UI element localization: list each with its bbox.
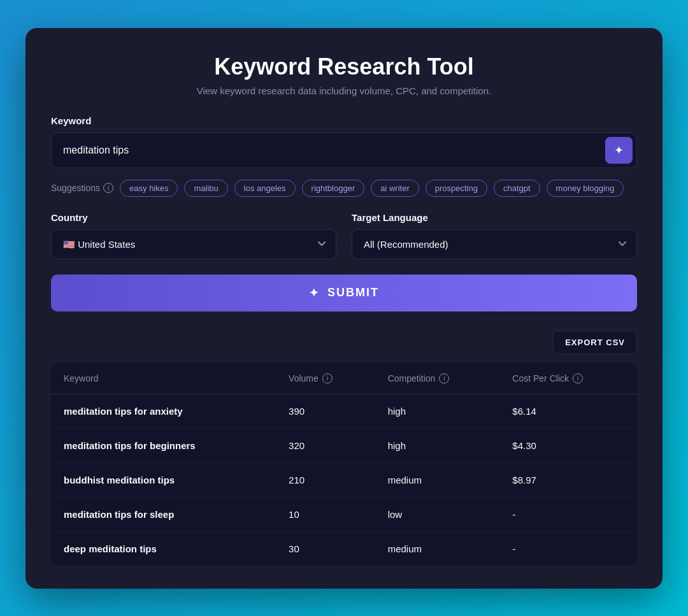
sparkle-button[interactable]: ✦ [605,137,633,164]
submit-label: SUBMIT [327,286,379,299]
suggestion-tag-rightblogger[interactable]: rightblogger [302,180,365,197]
table-row: buddhist meditation tips 210 medium $8.9… [51,462,637,497]
table-header-row: Keyword Volume i Competition i [51,363,637,394]
cpc-cell: - [499,497,637,531]
volume-info-icon[interactable]: i [322,373,333,383]
keyword-cell: meditation tips for sleep [51,497,276,531]
suggestion-tag-easy-hikes[interactable]: easy hikes [120,180,178,197]
col-competition: Competition i [375,363,500,394]
cpc-info-icon[interactable]: i [573,373,583,383]
dropdowns-row: Country 🇺🇸 United States 🇬🇧 United Kingd… [51,212,637,259]
table-row: deep meditation tips 30 medium - [51,531,637,566]
keyword-cell: meditation tips for beginners [51,428,276,462]
page-header: Keyword Research Tool View keyword resea… [51,54,637,96]
competition-cell: medium [375,531,500,566]
cpc-cell: - [499,531,637,566]
competition-cell: high [375,428,500,462]
export-csv-button[interactable]: EXPORT CSV [553,331,637,354]
table-header: Keyword Volume i Competition i [51,363,637,394]
volume-cell: 10 [276,497,375,531]
keyword-input[interactable] [52,136,601,165]
col-volume: Volume i [276,363,375,394]
competition-cell: low [375,497,500,531]
suggestions-info-icon[interactable]: i [103,183,113,193]
suggestions-label: Suggestions i [51,183,113,193]
table-body: meditation tips for anxiety 390 high $6.… [51,394,637,566]
keyword-input-row: ✦ [51,133,637,168]
suggestion-tag-malibu[interactable]: malibu [184,180,227,197]
keyword-cell: deep meditation tips [51,531,276,566]
competition-cell: medium [375,462,500,497]
main-card: Keyword Research Tool View keyword resea… [25,28,663,589]
volume-cell: 320 [276,428,375,462]
volume-cell: 210 [276,462,375,497]
keyword-cell: meditation tips for anxiety [51,394,276,428]
submit-button[interactable]: ✦ SUBMIT [51,275,637,312]
language-select[interactable]: All (Recommended) English Spanish French… [352,229,637,259]
competition-cell: high [375,394,500,428]
table-row: meditation tips for anxiety 390 high $6.… [51,394,637,428]
volume-cell: 30 [276,531,375,566]
cpc-cell: $6.14 [499,394,637,428]
volume-cell: 390 [276,394,375,428]
suggestion-tag-ai-writer[interactable]: ai writer [371,180,419,197]
col-keyword: Keyword [51,363,276,394]
suggestion-tag-money-blogging[interactable]: money blogging [547,180,624,197]
language-group: Target Language All (Recommended) Englis… [352,212,637,259]
submit-sparkle-icon: ✦ [309,286,320,300]
cpc-cell: $8.97 [499,462,637,497]
suggestion-tag-prospecting[interactable]: prospecting [426,180,487,197]
competition-info-icon[interactable]: i [439,373,449,383]
keyword-section: Keyword ✦ [51,115,637,168]
table-row: meditation tips for sleep 10 low - [51,497,637,531]
suggestion-tag-chatgpt[interactable]: chatgpt [494,180,540,197]
page-subtitle: View keyword research data including vol… [51,85,637,96]
results-table: Keyword Volume i Competition i [51,363,637,566]
country-group: Country 🇺🇸 United States 🇬🇧 United Kingd… [51,212,336,259]
keyword-cell: buddhist meditation tips [51,462,276,497]
keyword-label: Keyword [51,115,637,126]
table-row: meditation tips for beginners 320 high $… [51,428,637,462]
suggestions-row: Suggestions i easy hikes malibu los ange… [51,180,637,197]
suggestion-tag-los-angeles[interactable]: los angeles [234,180,296,197]
country-label: Country [51,212,336,223]
language-label: Target Language [352,212,637,223]
export-row: EXPORT CSV [51,331,637,354]
page-title: Keyword Research Tool [51,54,637,80]
country-select[interactable]: 🇺🇸 United States 🇬🇧 United Kingdom 🇨🇦 Ca… [51,229,336,259]
cpc-cell: $4.30 [499,428,637,462]
col-cpc: Cost Per Click i [499,363,637,394]
